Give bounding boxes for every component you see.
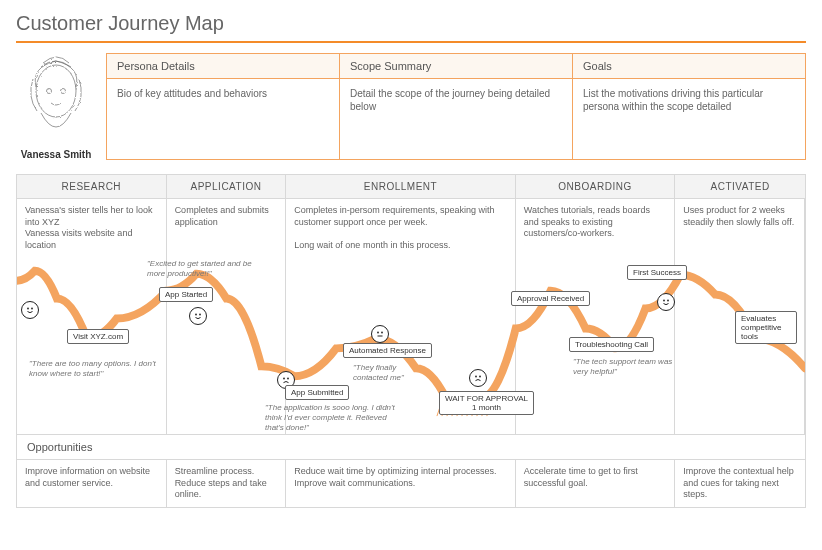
touchpoint-evaluates: Evaluates competitive tools — [735, 311, 797, 344]
stage-enrollment-desc: Completes in-persom requirements, speaki… — [294, 205, 506, 252]
quote-tech-help: "The tech support team was very helpful" — [573, 357, 673, 377]
svg-point-10 — [381, 332, 383, 334]
face-happy-icon — [657, 293, 675, 311]
svg-point-3 — [27, 308, 29, 310]
stage-research-desc: Vanessa's sister tells her to look into … — [25, 205, 158, 252]
touchpoint-app-started: App Started — [159, 287, 213, 302]
stage-application-desc: Completes and submits application — [175, 205, 269, 227]
opportunities-head: Opportunities — [17, 435, 805, 460]
quote-contacted: "They finally contacted me" — [353, 363, 433, 383]
svg-point-15 — [667, 300, 669, 302]
quote-options: "There are too many options. I don't kno… — [29, 359, 159, 379]
touchpoint-app-submitted: App Submitted — [285, 385, 349, 400]
opportunities-row: Improve information on website and custo… — [17, 460, 805, 507]
quote-app-long: "The application is sooo long. I didn't … — [265, 403, 395, 433]
opp-application: Streamline process. Reduce steps and tak… — [167, 460, 287, 507]
face-neutral-icon — [371, 325, 389, 343]
persona-details-head: Persona Details — [107, 54, 339, 79]
svg-point-12 — [475, 376, 477, 378]
stage-research-head: RESEARCH — [17, 175, 167, 199]
stage-onboarding-head: ONBOARDING — [516, 175, 676, 199]
stage-application-col: Completes and submits application — [167, 199, 287, 434]
scope-summary-head: Scope Summary — [340, 54, 572, 79]
svg-point-14 — [663, 300, 665, 302]
svg-point-2 — [61, 89, 66, 94]
opp-activated: Improve the contextual help and cues for… — [675, 460, 805, 507]
stage-research-col: Vanessa's sister tells her to look into … — [17, 199, 167, 434]
svg-point-9 — [377, 332, 379, 334]
touchpoint-approval: Approval Received — [511, 291, 590, 306]
svg-point-5 — [195, 314, 197, 316]
goals-cell: Goals List the motivations driving this … — [573, 54, 805, 159]
title-underline — [16, 41, 806, 43]
touchpoint-trouble: Troubleshooting Call — [569, 337, 654, 352]
touchpoint-wait-approval: WAIT FOR APPROVAL 1 month — [439, 391, 534, 415]
opp-onboarding: Accelerate time to get to first successf… — [516, 460, 676, 507]
stage-onboarding-col: Watches tutorials, reads boards and spea… — [516, 199, 676, 434]
goals-body: List the motivations driving this partic… — [573, 79, 805, 133]
persona-column: Vanessa Smith — [16, 53, 96, 160]
stage-application-head: APPLICATION — [167, 175, 287, 199]
face-happy-icon — [21, 301, 39, 319]
face-happy-icon — [189, 307, 207, 325]
svg-point-4 — [31, 308, 33, 310]
scope-summary-body: Detail the scope of the journey being de… — [340, 79, 572, 133]
persona-details-cell: Persona Details Bio of key attitudes and… — [107, 54, 340, 159]
opportunities-section: Opportunities Improve information on web… — [16, 435, 806, 508]
top-section: Vanessa Smith Persona Details Bio of key… — [16, 53, 806, 160]
persona-details-body: Bio of key attitudes and behaviors — [107, 79, 339, 120]
touchpoint-visit: Visit XYZ.com — [67, 329, 129, 344]
svg-point-8 — [287, 378, 289, 380]
persona-sketch — [21, 53, 91, 143]
stage-activated-head: ACTIVATED — [675, 175, 805, 199]
svg-point-13 — [479, 376, 481, 378]
opp-research: Improve information on website and custo… — [17, 460, 167, 507]
svg-point-0 — [36, 65, 76, 117]
scope-summary-cell: Scope Summary Detail the scope of the jo… — [340, 54, 573, 159]
stages-header-row: RESEARCH APPLICATION ENROLLMENT ONBOARDI… — [16, 174, 806, 199]
stage-onboarding-desc: Watches tutorials, reads boards and spea… — [524, 205, 650, 238]
svg-point-7 — [283, 378, 285, 380]
journey-area: Vanessa's sister tells her to look into … — [16, 199, 806, 435]
goals-head: Goals — [573, 54, 805, 79]
opp-enrollment: Reduce wait time by optimizing internal … — [286, 460, 515, 507]
details-row: Persona Details Bio of key attitudes and… — [106, 53, 806, 160]
svg-point-1 — [47, 89, 52, 94]
stage-activated-desc: Uses product for 2 weeks steadily then s… — [683, 205, 794, 227]
touchpoint-first-success: First Success — [627, 265, 687, 280]
persona-name: Vanessa Smith — [16, 149, 96, 160]
face-sad-icon — [469, 369, 487, 387]
page-title: Customer Journey Map — [16, 12, 806, 35]
stage-enrollment-head: ENROLLMENT — [286, 175, 515, 199]
svg-point-6 — [199, 314, 201, 316]
touchpoint-automated: Automated Response — [343, 343, 432, 358]
quote-excited: "Excited to get started and be more prod… — [147, 259, 267, 279]
